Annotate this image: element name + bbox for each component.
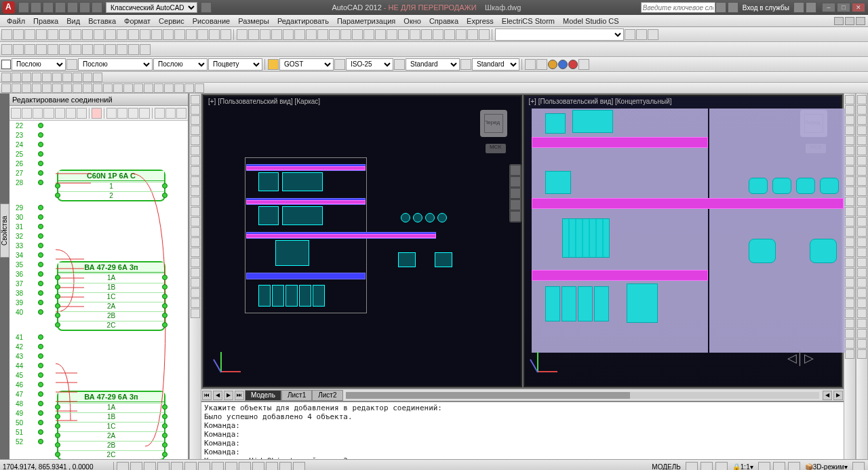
vtl-btn-1[interactable] xyxy=(191,105,200,115)
vtr2-btn-5[interactable] xyxy=(857,146,867,155)
conn-row-41[interactable]: 41 xyxy=(9,332,188,342)
sb-toggle-0[interactable] xyxy=(117,462,129,471)
tb5-btn-8[interactable] xyxy=(83,83,92,93)
dimstyle-icon[interactable] xyxy=(334,59,345,70)
vtr1-btn-2[interactable] xyxy=(845,115,854,125)
menu-dim[interactable]: Размеры xyxy=(234,17,273,25)
conn-row-27[interactable]: 27 xyxy=(9,168,43,178)
tb2-btn-12[interactable] xyxy=(140,44,151,55)
tb1b-btn-1[interactable] xyxy=(248,29,259,40)
qat-undo[interactable] xyxy=(79,2,90,13)
vtr2-btn-9[interactable] xyxy=(857,187,867,196)
component-va1[interactable]: ВА 47-29 6А 3п1A1B1C2A2B2C xyxy=(57,261,165,331)
vtr1-btn-1[interactable] xyxy=(845,105,854,115)
sb-toggle-4[interactable] xyxy=(171,462,183,471)
vtr1-btn-20[interactable] xyxy=(845,298,854,308)
nav-wheel[interactable] xyxy=(510,165,521,176)
vtr2-btn-0[interactable] xyxy=(857,95,867,104)
pt2-btn-3[interactable] xyxy=(139,108,149,119)
tab-layout1[interactable]: Лист1 xyxy=(281,390,312,401)
conn-row-45[interactable]: 45 xyxy=(9,370,188,380)
vtl-btn-16[interactable] xyxy=(191,258,200,267)
tb5-btn-2[interactable] xyxy=(22,83,31,93)
tb1b-btn-21[interactable] xyxy=(479,29,490,40)
vtr2-btn-17[interactable] xyxy=(857,268,867,277)
light1[interactable] xyxy=(525,59,536,70)
tb1-btn-18[interactable] xyxy=(209,29,220,40)
tb5-btn-18[interactable] xyxy=(184,83,194,93)
tb1b-btn-5[interactable] xyxy=(294,29,305,40)
nav-pan[interactable] xyxy=(510,176,521,187)
menu-modify[interactable]: Редактировать xyxy=(273,17,333,25)
conn-row-48[interactable]: 48 xyxy=(9,399,43,408)
conn-row-25[interactable]: 25 xyxy=(9,149,188,159)
conn-row-47[interactable]: 47 xyxy=(9,389,43,399)
menu-express[interactable]: Express xyxy=(462,17,498,25)
vtl-btn-11[interactable] xyxy=(191,207,200,216)
qat-print[interactable] xyxy=(67,2,78,13)
tb5-btn-4[interactable] xyxy=(42,83,52,93)
tb1b-btn-9[interactable] xyxy=(340,29,351,40)
sb-toggle-7[interactable] xyxy=(212,462,224,471)
vtr2-btn-11[interactable] xyxy=(857,207,867,216)
tb4-btn-9[interactable] xyxy=(93,73,102,82)
color-swatch[interactable] xyxy=(1,60,11,69)
vp1-msk[interactable]: МСК xyxy=(486,144,506,153)
linetype-select[interactable]: Послою xyxy=(78,58,153,71)
vtl-btn-0[interactable] xyxy=(191,95,200,104)
pt3-btn-2[interactable] xyxy=(176,108,186,119)
tb1b-btn-6[interactable] xyxy=(306,29,317,40)
tb1b-btn-10[interactable] xyxy=(352,29,363,40)
tb1b-btn-18[interactable] xyxy=(444,29,455,40)
pt3-btn-0[interactable] xyxy=(155,108,165,119)
tb4-btn-1[interactable] xyxy=(12,73,21,82)
hscroll-left[interactable]: ◀ xyxy=(823,391,832,400)
tb1c-btn-2[interactable] xyxy=(648,29,658,40)
sb-model[interactable]: МОДЕЛЬ xyxy=(649,463,683,470)
help-icon[interactable] xyxy=(806,2,816,13)
sb-toggle-10[interactable] xyxy=(252,462,264,471)
tb2-btn-11[interactable] xyxy=(128,44,139,55)
menu-insert[interactable]: Вставка xyxy=(84,17,120,25)
vtl-btn-5[interactable] xyxy=(191,146,200,155)
sb-toggle-13[interactable] xyxy=(293,462,305,471)
tb1b-btn-3[interactable] xyxy=(271,29,282,40)
tb5-btn-10[interactable] xyxy=(103,83,113,93)
tb1-btn-6[interactable] xyxy=(71,29,81,40)
viewport-1[interactable]: [+] [Пользовательский вид] [Каркас] Пере… xyxy=(203,95,522,387)
vtr1-btn-9[interactable] xyxy=(845,187,854,196)
layer-filter-select[interactable] xyxy=(495,28,624,41)
mleader-icon[interactable] xyxy=(460,59,471,70)
menu-draw[interactable]: Рисование xyxy=(189,17,234,25)
tb1b-btn-17[interactable] xyxy=(433,29,443,40)
vtr2-btn-23[interactable] xyxy=(857,329,867,338)
vtl-btn-14[interactable] xyxy=(191,237,200,247)
workspace-select[interactable]: Классический AutoCAD xyxy=(106,2,197,13)
vtl-btn-15[interactable] xyxy=(191,248,200,257)
menu-file[interactable]: Файл xyxy=(3,17,29,25)
vtr2-btn-2[interactable] xyxy=(857,115,867,125)
conn-row-33[interactable]: 33 xyxy=(9,241,188,250)
vtr2-btn-12[interactable] xyxy=(857,217,867,227)
vtr2-btn-14[interactable] xyxy=(857,237,867,247)
vtr1-btn-4[interactable] xyxy=(845,136,854,145)
conn-row-36[interactable]: 36 xyxy=(9,269,43,279)
menu-param[interactable]: Параметризация xyxy=(333,17,399,25)
tb1c-btn-1[interactable] xyxy=(636,29,647,40)
tb1b-btn-14[interactable] xyxy=(398,29,409,40)
signin-link[interactable]: Вход в службы xyxy=(740,4,792,12)
tb4-btn-6[interactable] xyxy=(62,73,72,82)
signin-icon[interactable] xyxy=(728,2,738,13)
conn-row-51[interactable]: 51 xyxy=(9,427,43,437)
nav-orbit[interactable] xyxy=(510,199,521,210)
textstyle-icon[interactable] xyxy=(268,59,279,70)
tb5-btn-12[interactable] xyxy=(123,83,133,93)
tb1-btn-16[interactable] xyxy=(186,29,197,40)
sky-icon[interactable] xyxy=(558,60,568,69)
sb-toggle-3[interactable] xyxy=(157,462,170,471)
sun-icon[interactable] xyxy=(548,60,557,69)
vtl-btn-7[interactable] xyxy=(191,166,200,176)
tb5-btn-19[interactable] xyxy=(195,83,204,93)
conn-row-28[interactable]: 28 xyxy=(9,178,43,187)
connections-canvas[interactable]: 22232425262728C60N 1P 6A C12293031323334… xyxy=(9,121,188,459)
